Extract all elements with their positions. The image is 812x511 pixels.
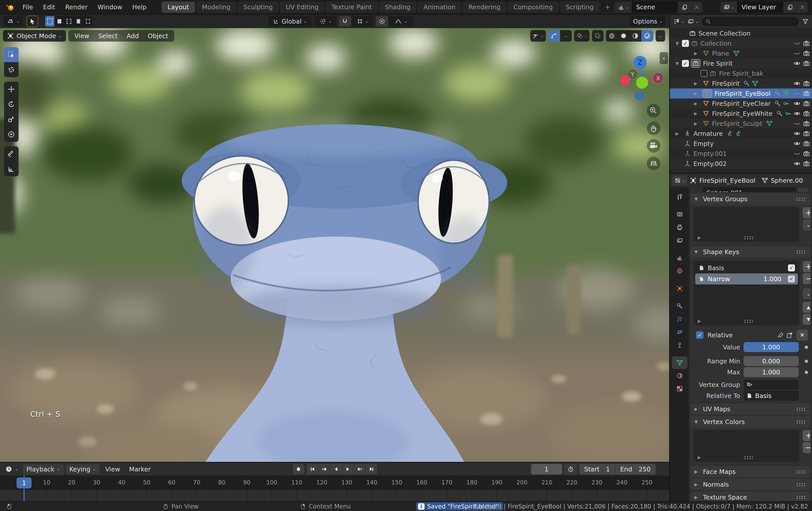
list-expand-icon[interactable]: ▶ (698, 318, 701, 323)
expand-icon[interactable]: ▶ (691, 91, 700, 96)
camera-visibility-icon[interactable] (803, 110, 810, 117)
options-dropdown[interactable]: Options ⌄ (630, 16, 666, 27)
object-visibility-dropdown[interactable]: ⌄ (530, 30, 546, 41)
outliner-item-empty-002[interactable]: Empty.002 (670, 159, 812, 169)
expand-icon[interactable]: ▶ (691, 81, 700, 86)
range-min-field[interactable]: 0.000 (744, 356, 799, 366)
workspace-tab-scripting[interactable]: Scripting (560, 1, 600, 13)
drag-dots-icon[interactable] (796, 250, 807, 254)
animate-dot[interactable] (805, 346, 808, 349)
eye-open-icon[interactable] (793, 160, 801, 167)
workspace-tab-compositing[interactable]: Compositing (508, 1, 559, 13)
editor-type-3dview-button[interactable]: ⌄ (3, 16, 23, 27)
expand-icon[interactable]: ▶ (691, 121, 700, 126)
camera-visibility-icon[interactable] (803, 50, 810, 57)
outliner-item-fire-spirit[interactable]: ▼✓Fire Spirit (670, 58, 812, 68)
camera-view-button[interactable] (647, 139, 660, 152)
current-frame-field[interactable]: 1 (531, 464, 562, 475)
timeline-menu-marker[interactable]: Marker (125, 466, 154, 473)
eye-closed-icon[interactable] (793, 120, 801, 127)
workspace-tab-modeling[interactable]: Modeling (196, 1, 237, 13)
outliner-search-input[interactable] (702, 17, 799, 26)
next-keyframe-button[interactable] (354, 464, 366, 475)
shading-solid-button[interactable] (618, 30, 630, 41)
list-resize-dots[interactable] (744, 319, 753, 323)
expand-icon[interactable]: ▶ (691, 101, 700, 106)
eye-closed-icon[interactable] (793, 150, 801, 157)
transform-orientation-dropdown[interactable]: Global ⌄ (269, 16, 311, 27)
eye-open-icon[interactable] (793, 60, 801, 67)
tool-annotate[interactable] (4, 146, 19, 161)
shape-key-value[interactable]: 1.000 (763, 276, 781, 283)
vertex-groups-list[interactable]: ▶ (694, 207, 799, 242)
jump-to-start-button[interactable] (307, 464, 318, 475)
properties-tab-material[interactable] (672, 369, 688, 382)
eye-closed-icon[interactable] (793, 40, 801, 47)
value-field[interactable]: 1.000 (744, 342, 799, 352)
eye-open-icon[interactable] (793, 80, 801, 87)
shape-key-mute-checkbox[interactable]: ✓ (788, 276, 795, 282)
collection-checkbox[interactable] (700, 70, 707, 77)
panel-header-vertex-groups[interactable]: ▼ Vertex Groups (691, 193, 811, 205)
shading-material-button[interactable] (630, 30, 641, 41)
eye-closed-icon[interactable] (793, 50, 801, 57)
camera-visibility-icon[interactable] (803, 120, 810, 127)
scene-name[interactable]: Scene (632, 2, 678, 13)
camera-visibility-icon[interactable] (803, 40, 810, 47)
shape-key-move-up-button[interactable]: ▲ (803, 302, 811, 313)
mode-dropdown[interactable]: Object Mode ⌄ (3, 30, 66, 41)
outliner-item-empty-001[interactable]: Empty.001 (670, 149, 812, 159)
expand-icon[interactable]: ▶ (672, 131, 682, 136)
shape-key-mute-checkbox[interactable]: ✓ (788, 264, 795, 272)
shape-key-row-narrow[interactable]: Narrow1.000✓ (695, 274, 798, 284)
editor-type-properties-button[interactable]: ⌄ (672, 176, 687, 185)
properties-tab-object[interactable] (672, 282, 688, 295)
properties-tab-texture[interactable] (672, 382, 688, 395)
camera-visibility-icon[interactable] (803, 160, 810, 167)
properties-tab-data[interactable] (672, 357, 688, 369)
menu-render[interactable]: Render (60, 2, 92, 12)
current-frame-badge[interactable]: 1 (17, 477, 32, 488)
relative-to-field[interactable]: Basis (744, 391, 799, 401)
view-layer-selector[interactable]: ⌄ View Layer ✕ (721, 2, 808, 13)
viewport-menu-select[interactable]: Select (94, 31, 122, 40)
timeline-menu-view[interactable]: View (102, 466, 123, 473)
select-mode-extend[interactable] (55, 16, 64, 27)
menu-file[interactable]: File (18, 2, 38, 12)
select-mode-invert[interactable] (74, 16, 83, 27)
pan-hand-button[interactable] (647, 121, 660, 135)
menu-edit[interactable]: Edit (38, 2, 60, 12)
tool-rotate[interactable] (4, 97, 19, 112)
proportional-editing-toggle[interactable] (376, 16, 388, 27)
editor-type-timeline-button[interactable]: ⌄ (3, 464, 20, 474)
filter-button[interactable] (802, 18, 809, 25)
new-view-layer-button[interactable] (783, 2, 797, 13)
viewport-menu-add[interactable]: Add (122, 31, 143, 40)
jump-to-end-button[interactable] (366, 464, 377, 475)
eye-open-icon[interactable] (793, 100, 801, 107)
tool-transform[interactable] (4, 127, 19, 142)
overlays-dropdown[interactable]: ⌄ (574, 30, 589, 41)
outliner-display-mode-button[interactable]: ⌄ (687, 18, 698, 25)
view-layer-icon[interactable]: ⌄ (721, 2, 737, 13)
expand-icon[interactable]: ▼ (672, 41, 682, 46)
vertex-group-specials-button[interactable]: ⌄ (803, 219, 811, 230)
outliner-item-armature[interactable]: ▶Armature (670, 129, 812, 139)
remove-view-layer-button[interactable]: ✕ (797, 2, 808, 13)
scene-icon[interactable]: ⌄ (615, 2, 632, 13)
vertex-colors-list[interactable]: ▶ (694, 430, 799, 462)
properties-tab-modifiers[interactable] (672, 300, 688, 312)
shape-key-row-basis[interactable]: Basis✓ (695, 262, 798, 274)
properties-tab-constraints[interactable] (672, 339, 688, 351)
zoom-button[interactable] (647, 104, 660, 117)
tool-cursor[interactable] (4, 62, 19, 77)
collection-checkbox[interactable]: ✓ (682, 40, 689, 47)
camera-visibility-icon[interactable] (803, 90, 810, 97)
eye-closed-icon[interactable] (793, 90, 801, 97)
chevron-down-icon[interactable]: ⌄ (798, 188, 809, 192)
animate-dot[interactable] (805, 360, 808, 363)
record-button[interactable] (293, 464, 304, 475)
properties-tab-particles[interactable] (672, 313, 688, 325)
tool-measure[interactable] (4, 161, 19, 176)
outliner-item-plane[interactable]: ▶Plane (670, 48, 812, 58)
